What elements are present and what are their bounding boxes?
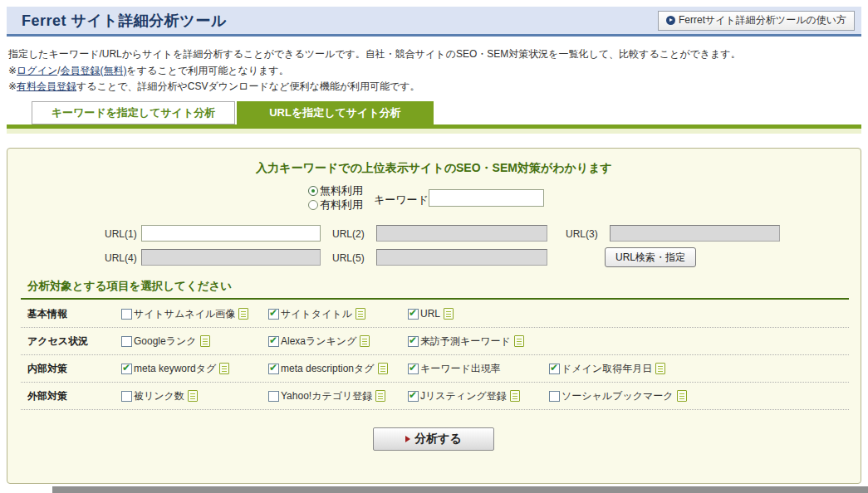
panel-title: 入力キーワードでの上位表示サイトのSEO・SEM対策がわかります bbox=[7, 161, 861, 176]
radio-button-icon[interactable] bbox=[308, 186, 318, 196]
option-visit-forecast-keywords[interactable]: 来訪予測キーワード bbox=[408, 334, 549, 349]
detail-doc-icon[interactable] bbox=[444, 308, 454, 320]
option-alexa-ranking[interactable]: Alexaランキング bbox=[268, 334, 408, 349]
intro-text: 指定したキーワード/URLからサイトを詳細分析することができるツールです。自社・… bbox=[8, 46, 856, 95]
url5-input bbox=[376, 249, 547, 266]
checkbox-alexa-ranking[interactable] bbox=[268, 336, 279, 347]
note-mark: ※ bbox=[8, 81, 17, 92]
detail-doc-icon[interactable] bbox=[514, 335, 524, 347]
tab-url-analysis[interactable]: URLを指定してサイト分析 bbox=[237, 101, 434, 124]
option-url[interactable]: URL bbox=[408, 308, 549, 320]
page-title: Ferret サイト詳細分析ツール bbox=[22, 11, 227, 31]
option-label: URL bbox=[420, 308, 440, 320]
detail-doc-icon[interactable] bbox=[510, 390, 520, 402]
register-link[interactable]: 会員登録(無料) bbox=[61, 65, 127, 76]
checkbox-social-bookmark[interactable] bbox=[549, 391, 560, 402]
option-yahoo-category[interactable]: Yahoo!カテゴリ登録 bbox=[268, 389, 408, 403]
detail-doc-icon[interactable] bbox=[360, 335, 370, 347]
option-label: サイトタイトル bbox=[281, 307, 352, 321]
intro-line-3: ※有料会員登録することで、詳細分析やCSVダウンロードなど便利な機能が利用可能で… bbox=[8, 79, 856, 95]
option-label: サイトサムネイル画像 bbox=[134, 307, 235, 321]
paid-register-link[interactable]: 有料会員登録 bbox=[17, 81, 76, 92]
url-search-button[interactable]: URL検索・指定 bbox=[605, 247, 696, 267]
option-label: meta descriptionタグ bbox=[281, 362, 375, 376]
checkbox-j-listing[interactable] bbox=[408, 391, 419, 402]
tab-understrip bbox=[7, 129, 861, 134]
intro-line-3-suffix: することで、詳細分析やCSVダウンロードなど便利な機能が利用可能です。 bbox=[76, 81, 419, 92]
option-j-listing[interactable]: Jリスティング登録 bbox=[408, 389, 549, 403]
detail-doc-icon[interactable] bbox=[188, 390, 198, 402]
help-button[interactable]: Ferretサイト詳細分析ツールの使い方 bbox=[658, 11, 855, 31]
checkbox-backlinks[interactable] bbox=[121, 391, 132, 402]
analyze-button[interactable]: 分析する bbox=[373, 427, 494, 451]
option-meta-description[interactable]: meta descriptionタグ bbox=[268, 362, 408, 376]
checkbox-google-rank[interactable] bbox=[121, 336, 132, 347]
option-site-title[interactable]: サイトタイトル bbox=[268, 307, 408, 321]
checkbox-yahoo-category[interactable] bbox=[268, 391, 279, 402]
url3-label: URL(3) bbox=[566, 228, 598, 240]
radio-free-label: 無料利用 bbox=[320, 183, 363, 198]
option-label: ドメイン取得年月日 bbox=[562, 362, 652, 376]
checkbox-site-title[interactable] bbox=[268, 309, 279, 320]
detail-doc-icon[interactable] bbox=[356, 308, 365, 320]
option-domain-age[interactable]: ドメイン取得年月日 bbox=[549, 362, 849, 376]
analysis-options-table: 基本情報 サイトサムネイル画像 サイトタイトル URL bbox=[21, 300, 849, 410]
url5-label: URL(5) bbox=[332, 252, 365, 264]
tab-keyword-analysis[interactable]: キーワードを指定してサイト分析 bbox=[32, 101, 235, 124]
detail-doc-icon[interactable] bbox=[200, 335, 210, 347]
radio-free-plan[interactable]: 無料利用 bbox=[308, 183, 363, 198]
radio-paid-label: 有料利用 bbox=[320, 198, 363, 212]
url2-input bbox=[376, 225, 547, 242]
radio-button-icon[interactable] bbox=[308, 200, 318, 210]
option-label: Googleランク bbox=[134, 334, 197, 349]
red-arrow-icon bbox=[405, 436, 410, 442]
option-site-thumbnail[interactable]: サイトサムネイル画像 bbox=[121, 307, 268, 321]
detail-doc-icon[interactable] bbox=[375, 390, 385, 402]
option-google-rank[interactable]: Googleランク bbox=[121, 334, 268, 349]
option-keyword-rate[interactable]: キーワード出現率 bbox=[408, 362, 549, 376]
category-label: 内部対策 bbox=[21, 362, 121, 376]
option-row-access-status: アクセス状況 Googleランク Alexaランキング 来訪予測キーワード bbox=[21, 328, 849, 355]
section-title: 分析対象とする項目を選択してください bbox=[21, 279, 849, 300]
url1-input[interactable] bbox=[141, 225, 321, 242]
keyword-label: キーワード bbox=[374, 193, 429, 207]
intro-line-1: 指定したキーワード/URLからサイトを詳細分析することができるツールです。自社・… bbox=[8, 46, 856, 63]
footer-bar bbox=[52, 486, 868, 493]
category-label: 基本情報 bbox=[21, 307, 121, 321]
option-label: Jリスティング登録 bbox=[420, 389, 507, 403]
page: Ferret サイト詳細分析ツール Ferretサイト詳細分析ツールの使い方 指… bbox=[0, 0, 868, 493]
option-label: meta keywordタグ bbox=[134, 362, 216, 376]
note-mark: ※ bbox=[8, 65, 17, 76]
checkbox-keyword-rate[interactable] bbox=[408, 364, 419, 374]
option-meta-keyword[interactable]: meta keywordタグ bbox=[121, 362, 268, 376]
url4-input bbox=[141, 249, 321, 266]
option-social-bookmark[interactable]: ソーシャルブックマーク bbox=[549, 389, 849, 403]
checkbox-meta-keyword[interactable] bbox=[121, 364, 132, 374]
detail-doc-icon[interactable] bbox=[238, 308, 248, 320]
checkbox-domain-age[interactable] bbox=[549, 364, 560, 374]
url1-label: URL(1) bbox=[105, 228, 137, 240]
detail-doc-icon[interactable] bbox=[219, 363, 229, 374]
checkbox-site-thumbnail[interactable] bbox=[121, 309, 132, 320]
login-link[interactable]: ログイン bbox=[17, 65, 57, 76]
checkbox-meta-description[interactable] bbox=[268, 364, 279, 374]
option-label: Yahoo!カテゴリ登録 bbox=[281, 389, 372, 403]
url2-label: URL(2) bbox=[332, 228, 365, 240]
option-label: Alexaランキング bbox=[281, 334, 356, 349]
option-label: 被リンク数 bbox=[134, 389, 184, 403]
help-button-label: Ferretサイト詳細分析ツールの使い方 bbox=[679, 13, 846, 27]
keyword-input[interactable] bbox=[429, 189, 544, 207]
arrow-orb-icon bbox=[666, 16, 675, 25]
checkbox-visit-forecast-keywords[interactable] bbox=[408, 336, 419, 347]
category-label: 外部対策 bbox=[21, 389, 121, 403]
detail-doc-icon[interactable] bbox=[378, 363, 388, 374]
detail-doc-icon[interactable] bbox=[655, 363, 665, 374]
detail-doc-icon[interactable] bbox=[677, 390, 687, 402]
checkbox-url[interactable] bbox=[408, 309, 419, 320]
category-label: アクセス状況 bbox=[21, 334, 121, 349]
radio-paid-plan[interactable]: 有料利用 bbox=[308, 198, 363, 212]
analysis-form-panel: 入力キーワードでの上位表示サイトのSEO・SEM対策がわかります 無料利用 有料… bbox=[7, 148, 861, 484]
intro-line-2-suffix: をすることで利用可能となります。 bbox=[127, 65, 289, 76]
option-row-internal-seo: 内部対策 meta keywordタグ meta descriptionタグ キ… bbox=[21, 355, 849, 383]
option-backlinks[interactable]: 被リンク数 bbox=[121, 389, 268, 403]
